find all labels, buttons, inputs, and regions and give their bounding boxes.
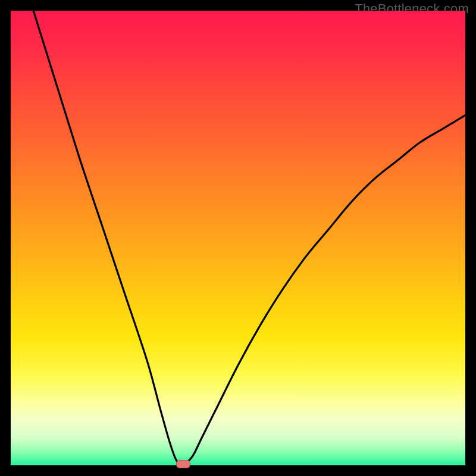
bottleneck-curve bbox=[11, 11, 465, 465]
chart-frame bbox=[11, 11, 465, 465]
plot-area bbox=[11, 11, 465, 465]
bottleneck-minimum-marker bbox=[176, 460, 190, 468]
